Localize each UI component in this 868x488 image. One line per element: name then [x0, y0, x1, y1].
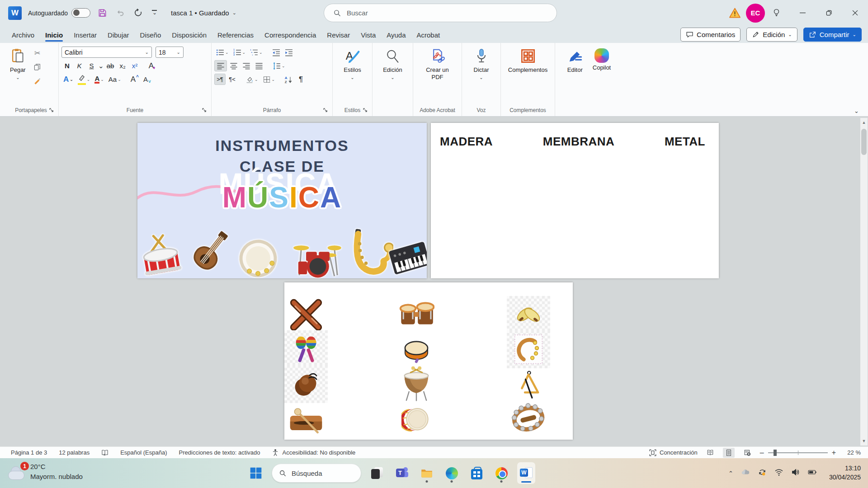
font-color-button[interactable]: A⌄	[93, 74, 105, 85]
collapse-ribbon-icon[interactable]: ⌄	[854, 108, 859, 114]
warning-icon[interactable]	[729, 7, 741, 19]
web-layout-button[interactable]	[741, 448, 753, 458]
edge-icon[interactable]	[443, 462, 461, 484]
shrink-font-button[interactable]: A˅	[142, 74, 153, 85]
chrome-icon[interactable]	[492, 462, 510, 484]
align-left-button[interactable]	[214, 60, 227, 71]
redo-icon[interactable]	[133, 7, 145, 19]
zoom-level[interactable]: 22 %	[843, 449, 861, 456]
ltr-paragraph-button[interactable]: >¶	[214, 74, 226, 85]
rtl-paragraph-button[interactable]: ¶<	[226, 74, 238, 85]
store-icon[interactable]	[467, 462, 486, 484]
text-effects-button[interactable]: A⌄	[61, 74, 75, 85]
line-spacing-button[interactable]: ⌄	[271, 60, 287, 71]
numbering-button[interactable]: 123⌄	[231, 47, 248, 58]
language-indicator[interactable]: Español (España)	[120, 449, 167, 456]
lightbulb-icon[interactable]	[770, 7, 782, 19]
autosave-control[interactable]: Autoguardado	[28, 8, 90, 18]
zoom-slider-thumb[interactable]	[774, 450, 777, 456]
taskbar-search[interactable]: Búsqueda	[272, 464, 361, 483]
read-mode-button[interactable]	[704, 448, 716, 458]
print-layout-button[interactable]	[723, 448, 735, 458]
styles-button[interactable]: A Estilos ⌄	[340, 47, 364, 105]
tab-inicio[interactable]: Inicio	[40, 28, 68, 43]
editing-mode-button[interactable]: Edición⌄	[746, 28, 797, 42]
tab-dibujar[interactable]: Dibujar	[102, 28, 135, 43]
increase-indent-button[interactable]	[283, 47, 295, 58]
tab-correspondencia[interactable]: Correspondencia	[259, 28, 321, 43]
align-center-button[interactable]	[228, 60, 240, 71]
scrollbar-thumb[interactable]	[861, 129, 867, 155]
tab-diseño[interactable]: Diseño	[135, 28, 167, 43]
close-button[interactable]	[842, 0, 868, 26]
instrument-wood-block[interactable]	[284, 400, 328, 438]
document-page-3[interactable]	[284, 282, 573, 440]
focus-mode-button[interactable]: Concentración	[649, 449, 698, 456]
share-button[interactable]: Compartir⌄	[803, 28, 862, 42]
change-case-button[interactable]: Aa⌄	[107, 74, 123, 85]
bold-button[interactable]: N	[61, 60, 73, 71]
italic-button[interactable]: K	[74, 60, 85, 71]
vertical-scrollbar[interactable]: ▲ ▼	[860, 118, 868, 446]
search-input[interactable]: Buscar	[324, 4, 557, 22]
instrument-cymbals[interactable]	[507, 296, 550, 334]
align-right-button[interactable]	[241, 60, 252, 71]
document-title[interactable]: tasca 1 • Guardado⌄	[171, 9, 236, 17]
restore-button[interactable]	[816, 0, 842, 26]
volume-icon[interactable]	[791, 468, 800, 479]
avatar[interactable]: EC	[746, 4, 765, 23]
instrument-castanets[interactable]	[284, 365, 328, 403]
proofing-icon[interactable]	[101, 449, 108, 456]
zoom-out-button[interactable]: –	[760, 449, 764, 457]
shading-button[interactable]: ⌄	[244, 74, 260, 85]
tray-chevron-icon[interactable]: ⌃	[728, 470, 733, 477]
tab-disposición[interactable]: Disposición	[166, 28, 212, 43]
scroll-up-icon[interactable]: ▲	[860, 119, 868, 126]
clear-format-button[interactable]: A♦	[146, 60, 158, 71]
dialog-launcher-icon[interactable]	[48, 107, 55, 113]
subscript-button[interactable]: x₂	[117, 60, 128, 71]
file-explorer-icon[interactable]	[418, 462, 436, 484]
underline-button[interactable]: S	[86, 60, 97, 71]
copilot-button[interactable]: Copilot	[589, 47, 614, 105]
copy-button[interactable]	[32, 61, 43, 72]
word-taskbar-icon[interactable]: W	[517, 462, 535, 484]
instrument-bass-drum[interactable]	[395, 400, 438, 438]
instrument-maracas[interactable]	[284, 330, 328, 368]
strikethrough-button[interactable]: ab	[105, 60, 116, 71]
clock[interactable]: 13:10 30/04/2025	[829, 464, 861, 482]
dialog-launcher-icon[interactable]	[322, 107, 329, 113]
task-view-button[interactable]	[368, 462, 386, 484]
instrument-claves[interactable]	[284, 296, 328, 334]
borders-button[interactable]: ⌄	[261, 74, 277, 85]
teams-icon[interactable]: T	[393, 462, 411, 484]
accessibility-status[interactable]: Accesibilidad: No disponible	[272, 449, 355, 456]
autosave-toggle[interactable]	[71, 8, 90, 18]
document-page-2[interactable]: MADERA MEMBRANA METAL	[431, 123, 719, 278]
zoom-slider[interactable]	[768, 452, 828, 453]
word-app-icon[interactable]: W	[8, 6, 22, 20]
battery-icon[interactable]	[808, 468, 817, 479]
minimize-button[interactable]	[789, 0, 816, 26]
document-page-1[interactable]: INSTRUMENTOS CLASE DE MÚSICA MÚSICA	[137, 123, 427, 278]
bullets-button[interactable]: ⌄	[214, 47, 231, 58]
addins-button[interactable]: Complementos	[505, 47, 551, 105]
taskbar-weather-widget[interactable]: 1 20°C Mayorm. nublado	[7, 462, 83, 482]
tab-revisar[interactable]: Revisar	[321, 28, 355, 43]
decrease-indent-button[interactable]	[270, 47, 282, 58]
format-painter-button[interactable]	[32, 75, 43, 86]
superscript-button[interactable]: x²	[129, 60, 141, 71]
create-pdf-button[interactable]: Crear un PDF	[416, 47, 459, 105]
wifi-icon[interactable]	[774, 468, 783, 479]
multilevel-list-button[interactable]: 1ai⌄	[248, 47, 264, 58]
font-size-combo[interactable]: 18⌄	[156, 47, 184, 58]
document-area[interactable]: INSTRUMENTOS CLASE DE MÚSICA MÚSICA MADE…	[0, 117, 868, 446]
underline-chevron-icon[interactable]: ⌄	[98, 60, 104, 71]
start-button[interactable]	[247, 462, 265, 484]
dialog-launcher-icon[interactable]	[201, 107, 208, 113]
show-marks-button[interactable]: ¶	[295, 74, 307, 85]
tab-ayuda[interactable]: Ayuda	[381, 28, 411, 43]
instrument-half-moon-tambourine[interactable]	[507, 330, 550, 368]
tab-insertar[interactable]: Insertar	[68, 28, 102, 43]
highlight-button[interactable]: ⌄	[76, 74, 92, 85]
